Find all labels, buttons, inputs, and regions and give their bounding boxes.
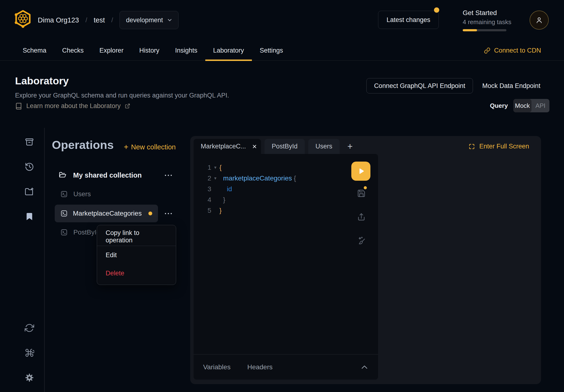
page-title: Laboratory [15, 75, 69, 87]
code-line[interactable]: 2▾ marketplaceCategories { [193, 173, 378, 183]
code-token: } [223, 194, 225, 205]
tab-schema[interactable]: Schema [15, 40, 54, 60]
editor-tab-users[interactable]: Users [308, 139, 340, 154]
breadcrumb-graph[interactable]: test [94, 16, 105, 24]
fold-arrow-icon[interactable]: ▾ [211, 162, 219, 173]
laboratory-editor-panel: MarketplaceC... PostById Users + Enter F… [190, 136, 541, 384]
chevron-down-icon [167, 18, 172, 22]
operation-item-label: PostById [73, 228, 100, 236]
tab-explorer[interactable]: Explorer [92, 40, 131, 60]
bookmark-icon[interactable] [24, 211, 35, 222]
connect-to-cdn-label: Connect to CDN [494, 47, 541, 54]
folder-open-icon [58, 171, 67, 179]
variant-selector[interactable]: development [120, 11, 179, 29]
tab-settings[interactable]: Settings [252, 40, 291, 60]
collection-menu-button[interactable] [165, 172, 172, 178]
tab-history[interactable]: History [131, 40, 167, 60]
learn-more-label: Learn more about the Laboratory [26, 102, 121, 110]
get-started-title: Get Started [463, 9, 515, 17]
close-icon[interactable] [252, 144, 257, 149]
operation-context-menu: Copy link to operation Edit Delete [97, 225, 176, 285]
history-icon[interactable] [24, 162, 35, 172]
save-operation-icon[interactable] [357, 189, 366, 198]
variables-tab[interactable]: Variables [203, 363, 231, 371]
tab-checks[interactable]: Checks [54, 40, 92, 60]
run-query-button[interactable] [351, 162, 371, 181]
operation-item-marketplacecategories[interactable]: MarketplaceCategories [55, 205, 158, 222]
menu-item-delete[interactable]: Delete [97, 264, 176, 282]
query-editor[interactable]: 1▾{2▾ marketplaceCategories {3 id4 }5} V… [193, 154, 378, 379]
query-label: Query [490, 102, 508, 110]
code-line[interactable]: 4 } [193, 194, 378, 205]
graphos-logo-icon[interactable] [14, 10, 32, 29]
get-started-subtitle: 4 remaining tasks [463, 18, 515, 26]
operation-item-label: MarketplaceCategories [73, 210, 142, 217]
menu-item-edit[interactable]: Edit [97, 246, 176, 264]
fold-arrow-icon[interactable]: ▾ [211, 173, 219, 183]
learn-more-link[interactable]: Learn more about the Laboratory [15, 102, 130, 110]
command-shortcuts-icon[interactable] [24, 348, 35, 358]
editor-tab-label: PostById [272, 143, 298, 150]
person-icon [535, 16, 543, 24]
code-token: { [219, 162, 221, 173]
share-upload-icon[interactable] [357, 213, 366, 221]
terminal-icon [60, 229, 68, 236]
enter-fullscreen-button[interactable]: Enter Full Screen [468, 139, 529, 154]
editor-tab-postbyid[interactable]: PostById [264, 139, 305, 154]
latest-changes-button[interactable]: Latest changes [378, 11, 439, 29]
play-icon [357, 167, 365, 175]
tab-laboratory[interactable]: Laboratory [205, 40, 252, 60]
code-token: id [227, 183, 232, 194]
operation-item-label: Users [73, 190, 91, 198]
variant-selector-value: development [126, 16, 163, 24]
query-mode-toggle: Mock API [513, 99, 550, 112]
breadcrumb-org[interactable]: Dima Org123 [38, 16, 79, 24]
user-avatar[interactable] [530, 11, 549, 30]
line-number: 2 [193, 173, 211, 183]
operation-item-postbyid[interactable]: PostById [60, 226, 100, 238]
gear-icon[interactable] [24, 372, 35, 383]
collection-name: My shared collection [73, 171, 142, 179]
code-line[interactable]: 5} [193, 205, 378, 216]
connect-to-cdn-link[interactable]: Connect to CDN [484, 40, 541, 60]
tab-insights[interactable]: Insights [167, 40, 205, 60]
mock-data-endpoint-button[interactable]: Mock Data Endpoint [482, 78, 540, 94]
folder-plus-icon[interactable] [24, 186, 35, 197]
unsaved-changes-dot [364, 186, 367, 189]
collection-row[interactable]: My shared collection [58, 168, 173, 182]
code-area[interactable]: 1▾{2▾ marketplaceCategories {3 id4 }5} [193, 154, 378, 216]
new-collection-button[interactable]: + New collection [124, 142, 176, 152]
line-number: 1 [193, 162, 211, 173]
breadcrumb: Dima Org123 / test / development [38, 11, 179, 29]
latest-changes-notification-dot [434, 7, 439, 13]
operation-item-users[interactable]: Users [60, 188, 91, 200]
left-rail-divider [44, 128, 45, 392]
headers-tab[interactable]: Headers [247, 363, 273, 371]
link-icon [484, 47, 490, 54]
code-token: marketplaceCategories [223, 173, 292, 183]
latest-changes-label: Latest changes [386, 16, 430, 24]
line-number: 5 [193, 205, 211, 216]
code-line[interactable]: 1▾{ [193, 162, 378, 173]
new-collection-label: New collection [131, 143, 176, 151]
breadcrumb-separator: / [111, 16, 113, 24]
app-root: Dima Org123 / test / development Latest … [0, 0, 564, 392]
toggle-option-mock[interactable]: Mock [513, 99, 532, 112]
external-link-icon [125, 103, 130, 109]
refresh-icon[interactable] [24, 323, 35, 333]
menu-item-copy-link[interactable]: Copy link to operation [97, 227, 176, 246]
chevron-up-icon[interactable] [361, 365, 368, 369]
code-line[interactable]: 3 id [193, 183, 378, 194]
connect-graphql-endpoint-button[interactable]: Connect GraphQL API Endpoint [366, 78, 473, 94]
clean-query-icon[interactable] [357, 236, 366, 245]
new-tab-button[interactable]: + [343, 139, 357, 154]
archive-box-icon[interactable] [24, 137, 35, 147]
editor-tab-label: MarketplaceC... [201, 143, 246, 150]
unsaved-changes-dot [148, 211, 152, 215]
enter-fullscreen-label: Enter Full Screen [479, 143, 529, 150]
book-icon [15, 102, 22, 110]
editor-tab-marketplacecategories[interactable]: MarketplaceC... [193, 139, 261, 154]
toggle-option-api[interactable]: API [532, 99, 550, 112]
get-started-widget[interactable]: Get Started 4 remaining tasks [463, 9, 515, 31]
operation-menu-button[interactable] [165, 210, 172, 217]
